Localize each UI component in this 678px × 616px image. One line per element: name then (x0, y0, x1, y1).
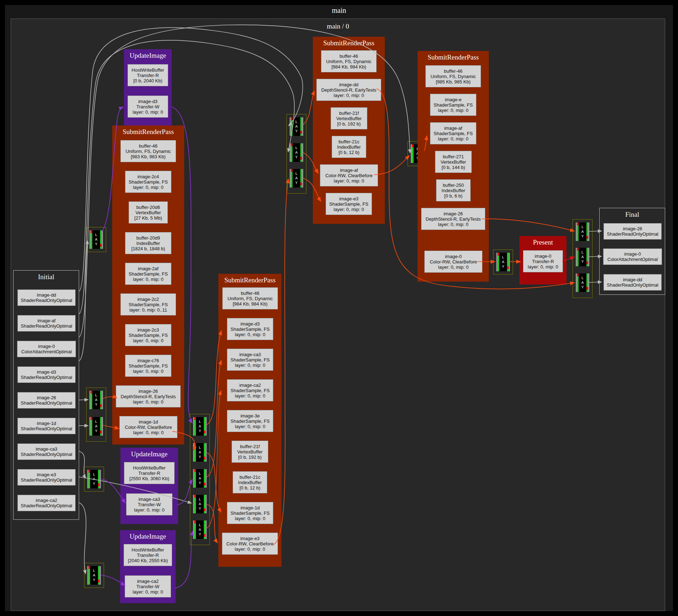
srp1-item-image-1d[interactable]: image-1dColor-RW, ClearBeforelayer: 0, m… (119, 416, 177, 438)
srp2-item-buffer-21c[interactable]: buffer-21cIndexBuffer[0 b, 12 b) (233, 471, 267, 493)
final-item-image-26[interactable]: image-26ShaderReadOnlyOptimal (604, 223, 662, 240)
srp3-item-buffer-21f[interactable]: buffer-21fVertexBuffer[0 b, 192 b) (331, 107, 367, 129)
lay-node-g[interactable]: LAY (496, 253, 510, 271)
item-text-line: [0 b, 2040 Kb) (133, 78, 162, 83)
update3-item-hostwritebuffer[interactable]: HostWriteBufferTransfer-R[2040 Kb, 2550 … (124, 544, 172, 566)
lay-node-c1[interactable]: LAY (87, 470, 101, 488)
node-update2[interactable]: UpdateImageHostWriteBufferTransfer-R[255… (120, 448, 178, 524)
initial-item-image-1d[interactable]: image-1dShaderReadOnlyOptimal (17, 418, 76, 434)
lay-node-c2[interactable]: LAY (87, 566, 101, 585)
update1-item-image-d3[interactable]: image-d3Transfer-Wlayer: 0, mip: 0 (128, 96, 168, 118)
lay-node-h1[interactable]: LAY (576, 222, 589, 241)
item-text-line: ShaderReadOnlyOptimal (21, 323, 72, 329)
lay-label: LAY (293, 117, 300, 136)
item-text-line: Transfer-R (137, 73, 159, 78)
node-srp2[interactable]: SubmitRenderPassbuffer-46Uniform, FS, Dy… (218, 274, 281, 567)
initial-item-image-ca3[interactable]: image-ca3ShaderReadOnlyOptimal (17, 443, 76, 460)
node-initial[interactable]: Initialimage-ddShaderReadOnlyOptimalimag… (13, 270, 79, 520)
item-text-line: ShaderSample, FS (434, 102, 473, 108)
lay-node-b1[interactable]: LAY (89, 391, 103, 409)
lay-node-h3[interactable]: LAY (576, 273, 589, 292)
lay-left-bar (194, 417, 196, 436)
srp3-item-image-af[interactable]: image-afColor-RW, ClearBeforelayer: 0, m… (320, 164, 378, 186)
srp1-item-buffer-20d6[interactable]: buffer-20d6VertexBuffer[27 Kb, 5 Mb) (129, 201, 168, 224)
lay-right-strip (206, 520, 207, 539)
node-srp3[interactable]: SubmitRenderPassbuffer-46Uniform, FS, Dy… (313, 37, 385, 224)
item-text-line: image-e3 (339, 196, 358, 201)
srp1-item-image-26[interactable]: image-26DepthStencil-R, EarlyTestslayer:… (116, 385, 181, 407)
srp1-item-buffer-46[interactable]: buffer-46Uniform, FS, Dynamic[983 Kb, 98… (120, 140, 176, 162)
lay-red-mark (577, 222, 579, 225)
lay-node-a[interactable]: LAY (89, 230, 103, 249)
node-srp4[interactable]: SubmitRenderPassbuffer-46Uniform, FS, Dy… (418, 51, 489, 282)
lay-node-d3[interactable]: LAY (193, 469, 207, 488)
srp4-item-image-af[interactable]: image-afShaderSample, FSlayer: 0, mip: 0 (430, 122, 476, 144)
lay-node-d5[interactable]: LAY (193, 520, 207, 539)
srp4-item-buffer-46[interactable]: buffer-46Uniform, FS, Dynamic[985 Kb, 98… (425, 65, 481, 87)
srp2-item-buffer-46[interactable]: buffer-46Uniform, FS, Dynamic[984 Kb, 98… (222, 287, 278, 309)
initial-item-image-ca2[interactable]: image-ca2ShaderReadOnlyOptimal (17, 495, 76, 511)
lay-node-e3[interactable]: LAY (290, 169, 303, 188)
lay-red-mark (291, 169, 293, 172)
node-update1[interactable]: UpdateImageHostWriteBufferTransfer-R[0 b… (124, 49, 172, 125)
lay-left-bar (291, 143, 293, 162)
initial-item-image-26[interactable]: image-26ShaderReadOnlyOptimal (17, 392, 76, 409)
srp2-item-buffer-21f[interactable]: buffer-21fVertexBuffer[0 b, 192 b) (232, 441, 268, 463)
lay-node-e2[interactable]: LAY (290, 143, 303, 162)
srp4-item-buffer-271[interactable]: buffer-271VertexBuffer[0 b, 144 b) (435, 151, 472, 173)
srp3-item-image-e3[interactable]: image-e3ShaderSample, FSlayer: 0, mip: 0 (326, 193, 372, 215)
srp3-item-buffer-46[interactable]: buffer-46Uniform, FS, Dynamic[984 Kb, 98… (321, 50, 377, 72)
srp2-item-image-e3[interactable]: image-e3Color-RW, ClearBeforelayer: 0, m… (222, 533, 278, 555)
srp1-item-image-2c3[interactable]: image-2c3ShaderSample, FSlayer: 0, mip: … (125, 324, 171, 346)
lay-red-mark (98, 483, 100, 486)
node-update3[interactable]: UpdateImageHostWriteBufferTransfer-R[204… (120, 530, 176, 603)
final-item-image-dd[interactable]: image-ddShaderReadOnlyOptimal (604, 274, 662, 291)
srp2-item-image-1d[interactable]: image-1dShaderSample, FSlayer: 0, mip: 0 (227, 502, 273, 524)
final-item-image-0[interactable]: image-0ColorAttachmentOptimal (603, 248, 662, 265)
node-srp1[interactable]: SubmitRenderPassbuffer-46Uniform, FS, Dy… (112, 125, 184, 445)
lay-node-h2[interactable]: LAY (576, 248, 589, 266)
initial-item-image-e3[interactable]: image-e3ShaderReadOnlyOptimal (17, 469, 76, 486)
item-text-line: ShaderSample, FS (129, 302, 168, 307)
initial-item-image-dd[interactable]: image-ddShaderReadOnlyOptimal (17, 289, 76, 306)
node-present[interactable]: Presentimage-0Transfer-Rlayer: 0, mip: 0 (519, 236, 566, 284)
srp1-item-buffer-20d9[interactable]: buffer-20d9IndexBuffer[1824 b, 1848 b) (125, 232, 171, 254)
item-text-line: buffer-21c (338, 139, 359, 144)
srp2-item-image-d3[interactable]: image-d3ShaderSample, FSlayer: 0, mip: 0 (227, 318, 273, 340)
item-text-line: layer: 0, mip: 0 (528, 264, 558, 270)
item-text-line: ShaderSample, FS (231, 327, 270, 332)
srp1-item-image-c76[interactable]: image-c76ShaderSample, FSlayer: 0, mip: … (125, 355, 171, 377)
update3-item-image-ca2[interactable]: image-ca2Transfer-Wlayer: 0, mip: 0 (125, 575, 171, 597)
srp1-item-image-2c2[interactable]: image-2c2ShaderSample, FSlayer: 0, mip: … (120, 293, 176, 315)
lay-left-bar (88, 566, 90, 585)
lay-node-e1[interactable]: LAY (290, 117, 303, 136)
item-text-line: layer: 0, mip: 0 (235, 516, 265, 521)
lay-node-d4[interactable]: LAY (193, 495, 207, 513)
srp4-item-image-26[interactable]: image-26DepthStencil-R, EarlyTestslayer:… (421, 208, 485, 230)
srp1-item-image-2c4[interactable]: image-2c4ShaderSample, FSlayer: 0, mip: … (125, 171, 171, 193)
node-final[interactable]: Finalimage-26ShaderReadOnlyOptimalimage-… (599, 208, 665, 295)
srp2-item-image-ca2[interactable]: image-ca2ShaderSample, FSlayer: 0, mip: … (227, 379, 273, 401)
update1-item-hostwritebuffer[interactable]: HostWriteBufferTransfer-R[0 b, 2040 Kb) (128, 64, 168, 86)
srp4-item-image-e[interactable]: image-eShaderSample, FSlayer: 0, mip: 0 (430, 94, 476, 116)
srp3-item-buffer-21c[interactable]: buffer-21cIndexBuffer[0 b, 12 b) (332, 136, 366, 158)
update2-item-hostwritebuffer[interactable]: HostWriteBufferTransfer-R[2550 Kb, 3060 … (124, 462, 175, 484)
srp4-item-image-0[interactable]: image-0Color-RW, ClearBeforelayer: 0, mi… (424, 251, 482, 273)
lay-node-d2[interactable]: LAY (193, 443, 207, 462)
srp4-item-buffer-250[interactable]: buffer-250IndexBuffer[0 b, 6 b) (436, 179, 471, 201)
lay-node-d1[interactable]: LAY (193, 417, 207, 436)
srp3-item-image-dd[interactable]: image-ddDepthStencil-R, EarlyTestslayer:… (316, 79, 381, 101)
item-text-line: Uniform, FS, Dynamic (125, 149, 171, 154)
srp1-item-image-2af[interactable]: image-2afShaderSample, FSlayer: 0, mip: … (125, 263, 171, 285)
item-text-line: image-3e (240, 413, 260, 419)
lay-node-b2[interactable]: LAY (89, 417, 103, 436)
present-item-image-0[interactable]: image-0Transfer-Rlayer: 0, mip: 0 (523, 250, 563, 272)
srp2-item-image-3e[interactable]: image-3eShaderSample, FSlayer: 0, mip: 0 (227, 410, 273, 432)
lay-red-mark (204, 431, 206, 433)
initial-item-image-0[interactable]: image-0ColorAttachmentOptimal (17, 341, 76, 357)
srp2-item-image-ca3[interactable]: image-ca3ShaderSample, FSlayer: 0, mip: … (227, 349, 273, 371)
initial-item-image-d3[interactable]: image-d3ShaderReadOnlyOptimal (17, 366, 76, 383)
lay-left-bar (577, 248, 579, 266)
initial-item-image-af[interactable]: image-afShaderReadOnlyOptimal (17, 315, 76, 332)
update2-item-image-ca3[interactable]: image-ca3Transfer-Wlayer: 0, mip: 0 (126, 493, 172, 515)
